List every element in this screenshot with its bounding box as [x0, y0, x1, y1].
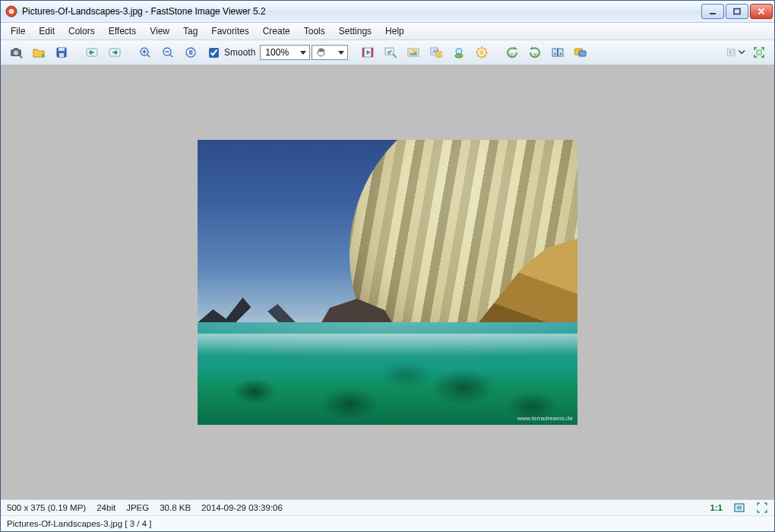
- svg-rect-3: [734, 9, 740, 14]
- window-title: Pictures-Of-Landscapes-3.jpg - FastStone…: [22, 6, 701, 17]
- fit-window-icon[interactable]: [733, 502, 745, 514]
- jpeg-comment-button[interactable]: [448, 42, 470, 63]
- statusbar-file: Pictures-Of-Landscapes-3.jpg [ 3 / 4 ]: [1, 515, 774, 531]
- smooth-label: Smooth: [224, 47, 255, 58]
- chevron-down-icon: [338, 51, 344, 55]
- svg-rect-43: [732, 53, 734, 54]
- titlebar: Pictures-Of-Landscapes-3.jpg - FastStone…: [1, 1, 774, 23]
- contact-sheet-button[interactable]: [726, 42, 747, 63]
- actual-size-button[interactable]: [180, 42, 201, 63]
- rotate-left-button[interactable]: 90: [501, 42, 523, 63]
- nav-back-button[interactable]: [81, 42, 103, 63]
- svg-rect-15: [189, 50, 191, 55]
- menu-settings[interactable]: Settings: [332, 23, 378, 40]
- svg-rect-16: [191, 50, 193, 55]
- svg-point-32: [479, 50, 484, 55]
- status-dimensions: 500 x 375 (0.19 MP): [7, 503, 86, 512]
- acquire-button[interactable]: [5, 42, 27, 63]
- fullscreen-button[interactable]: [748, 42, 770, 63]
- svg-rect-20: [385, 48, 394, 55]
- svg-rect-46: [737, 506, 742, 510]
- menu-effects[interactable]: Effects: [102, 23, 143, 40]
- svg-rect-36: [558, 49, 564, 56]
- svg-rect-9: [59, 53, 64, 57]
- menu-favorites[interactable]: Favorites: [204, 23, 255, 40]
- svg-rect-19: [372, 48, 374, 57]
- zoom-out-button[interactable]: [157, 42, 179, 63]
- batch-convert-button[interactable]: ABC: [425, 42, 447, 63]
- menubar: File Edit Colors Effects View Tag Favori…: [1, 23, 774, 40]
- cursor-tool-combo[interactable]: [312, 45, 348, 60]
- menu-colors[interactable]: Colors: [62, 23, 102, 40]
- zoom-value: 100%: [265, 47, 289, 58]
- app-icon: [5, 5, 17, 17]
- menu-tag[interactable]: Tag: [176, 23, 204, 40]
- svg-text:C: C: [438, 52, 441, 57]
- rotate-right-button[interactable]: 90: [524, 42, 546, 63]
- svg-rect-38: [579, 51, 586, 56]
- chevron-down-icon: [300, 51, 306, 55]
- svg-rect-8: [59, 48, 65, 51]
- smooth-checkbox[interactable]: [209, 48, 219, 58]
- statusbar-info: 500 x 375 (0.19 MP) 24bit JPEG 30.8 KB 2…: [1, 499, 774, 515]
- svg-rect-30: [458, 53, 460, 55]
- nav-forward-button[interactable]: [104, 42, 125, 63]
- zoom-ratio[interactable]: 1:1: [710, 503, 723, 512]
- dual-monitor-button[interactable]: [570, 42, 591, 63]
- svg-text:90: 90: [533, 52, 538, 57]
- svg-text:90: 90: [509, 52, 514, 57]
- svg-point-40: [729, 51, 731, 53]
- svg-point-14: [186, 48, 195, 57]
- image-canvas[interactable]: www.terradreams.de: [1, 65, 774, 499]
- image-watermark: www.terradreams.de: [517, 415, 573, 422]
- svg-rect-41: [732, 50, 734, 51]
- svg-rect-5: [14, 48, 18, 50]
- minimize-button[interactable]: [701, 4, 724, 19]
- menu-create[interactable]: Create: [256, 23, 297, 40]
- close-button[interactable]: [750, 4, 773, 19]
- status-filesize: 30.8 KB: [160, 503, 191, 512]
- maximize-button[interactable]: [726, 4, 748, 19]
- zoom-combo[interactable]: 100%: [260, 45, 310, 60]
- status-depth: 24bit: [96, 503, 115, 512]
- svg-point-23: [411, 51, 413, 53]
- svg-rect-39: [727, 49, 735, 55]
- smooth-toggle[interactable]: Smooth: [206, 46, 255, 60]
- svg-point-1: [9, 9, 14, 14]
- fit-image-icon[interactable]: [756, 502, 768, 514]
- menu-tools[interactable]: Tools: [297, 23, 332, 40]
- svg-rect-35: [552, 49, 558, 56]
- color-adjust-button[interactable]: [471, 42, 492, 63]
- zoom-in-button[interactable]: [134, 42, 156, 63]
- app-window: Pictures-Of-Landscapes-3.jpg - FastStone…: [0, 0, 775, 532]
- menu-file[interactable]: File: [4, 23, 32, 40]
- menu-view[interactable]: View: [143, 23, 176, 40]
- svg-rect-2: [710, 13, 716, 14]
- displayed-image: www.terradreams.de: [198, 140, 577, 425]
- compare-button[interactable]: [547, 42, 568, 63]
- menu-edit[interactable]: Edit: [32, 23, 62, 40]
- status-datetime: 2014-09-29 03:39:06: [201, 503, 283, 512]
- toolbar: Smooth 100% ABC: [1, 40, 774, 65]
- status-file-index: Pictures-Of-Landscapes-3.jpg [ 3 / 4 ]: [7, 519, 151, 528]
- svg-rect-18: [362, 48, 365, 57]
- wallpaper-button[interactable]: [403, 42, 424, 63]
- save-button[interactable]: [51, 42, 72, 63]
- hand-icon: [315, 46, 327, 59]
- svg-rect-42: [732, 52, 734, 52]
- svg-rect-44: [757, 50, 761, 55]
- menu-help[interactable]: Help: [378, 23, 411, 40]
- slideshow-button[interactable]: [357, 42, 378, 63]
- status-format: JPEG: [126, 503, 149, 512]
- svg-point-6: [14, 51, 18, 55]
- window-controls: [701, 4, 773, 19]
- open-folder-button[interactable]: [28, 42, 49, 63]
- email-button[interactable]: [380, 42, 401, 63]
